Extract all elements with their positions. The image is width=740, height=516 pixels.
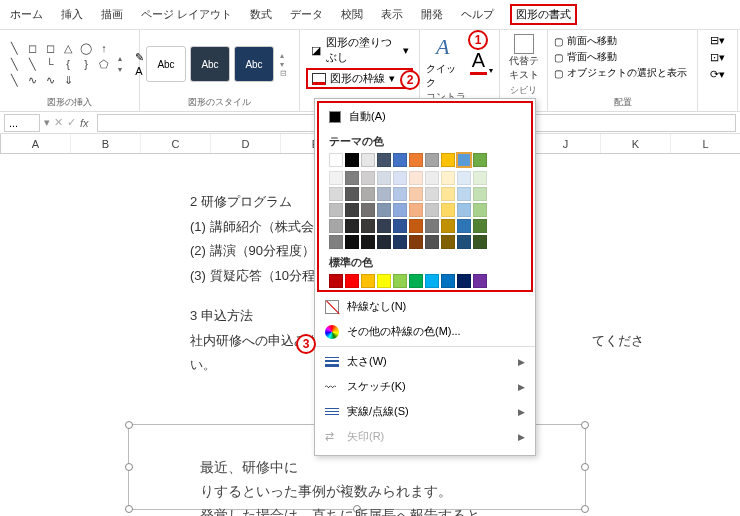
standard-color-swatch[interactable] — [425, 274, 439, 288]
shade-color-swatch[interactable] — [457, 171, 471, 185]
shade-color-swatch[interactable] — [393, 203, 407, 217]
shade-color-swatch[interactable] — [329, 203, 343, 217]
send-backward-button[interactable]: ▢背面へ移動 — [554, 50, 691, 64]
shade-color-swatch[interactable] — [409, 171, 423, 185]
shade-color-swatch[interactable] — [441, 187, 455, 201]
outline-weight[interactable]: 太さ(W)▶ — [315, 349, 535, 374]
shade-color-swatch[interactable] — [377, 171, 391, 185]
align-button[interactable]: ⊟▾ — [710, 34, 725, 47]
col-A[interactable]: A — [1, 134, 71, 153]
chevron-down-icon[interactable]: ▾ — [44, 116, 50, 129]
theme-color-swatch[interactable] — [361, 153, 375, 167]
shade-color-swatch[interactable] — [473, 203, 487, 217]
tab-draw[interactable]: 描画 — [99, 5, 125, 24]
col-C[interactable]: C — [141, 134, 211, 153]
resize-handle[interactable] — [125, 421, 133, 429]
shade-color-swatch[interactable] — [441, 219, 455, 233]
text-fill-button[interactable]: A — [470, 49, 487, 75]
bring-forward-button[interactable]: ▢前面へ移動 — [554, 34, 691, 48]
shapes-more[interactable]: ▴▾ — [118, 54, 122, 74]
name-box[interactable]: ... — [4, 114, 40, 132]
shade-color-swatch[interactable] — [441, 171, 455, 185]
shape-style-1[interactable]: Abc — [146, 46, 186, 82]
shape-style-2[interactable]: Abc — [190, 46, 230, 82]
tab-insert[interactable]: 挿入 — [59, 5, 85, 24]
col-J[interactable]: J — [531, 134, 601, 153]
shade-color-swatch[interactable] — [361, 203, 375, 217]
no-outline[interactable]: 枠線なし(N) — [315, 294, 535, 319]
tab-help[interactable]: ヘルプ — [459, 5, 496, 24]
tab-view[interactable]: 表示 — [379, 5, 405, 24]
shade-color-swatch[interactable] — [425, 203, 439, 217]
shade-color-swatch[interactable] — [409, 203, 423, 217]
shade-color-swatch[interactable] — [393, 171, 407, 185]
shape-style-gallery[interactable]: Abc Abc Abc — [146, 46, 274, 82]
resize-handle[interactable] — [125, 505, 133, 513]
shade-color-swatch[interactable] — [473, 187, 487, 201]
col-L[interactable]: L — [671, 134, 740, 153]
shade-color-swatch[interactable] — [361, 187, 375, 201]
shade-color-swatch[interactable] — [473, 219, 487, 233]
col-K[interactable]: K — [601, 134, 671, 153]
shade-color-swatch[interactable] — [457, 219, 471, 233]
shade-color-swatch[interactable] — [425, 235, 439, 249]
shade-color-swatch[interactable] — [361, 235, 375, 249]
rotate-button[interactable]: ⟳▾ — [710, 68, 725, 81]
standard-color-swatch[interactable] — [377, 274, 391, 288]
outline-sketch[interactable]: 〰 スケッチ(K)▶ — [315, 374, 535, 399]
shapes-gallery[interactable]: ╲◻◻△◯↑ ╲╲└{}⬠ ╲∿∿⇓ — [6, 41, 112, 87]
shade-color-swatch[interactable] — [457, 187, 471, 201]
standard-color-swatch[interactable] — [345, 274, 359, 288]
shade-color-swatch[interactable] — [457, 203, 471, 217]
shape-fill-button[interactable]: ◪ 図形の塗りつぶし ▾ — [306, 34, 413, 66]
resize-handle[interactable] — [581, 505, 589, 513]
resize-handle[interactable] — [125, 463, 133, 471]
shade-color-swatch[interactable] — [377, 219, 391, 233]
shade-color-swatch[interactable] — [345, 203, 359, 217]
shape-style-more[interactable]: ▴▾⊟ — [280, 51, 287, 78]
confirm-icon[interactable]: ✓ — [67, 116, 76, 129]
theme-color-swatch[interactable] — [441, 153, 455, 167]
shade-color-swatch[interactable] — [377, 235, 391, 249]
theme-color-swatch[interactable] — [393, 153, 407, 167]
standard-color-swatch[interactable] — [361, 274, 375, 288]
quick-styles-button[interactable]: A クイック — [426, 34, 460, 90]
shade-color-swatch[interactable] — [425, 187, 439, 201]
group-button[interactable]: ⊡▾ — [710, 51, 725, 64]
shade-color-swatch[interactable] — [345, 171, 359, 185]
shade-color-swatch[interactable] — [361, 171, 375, 185]
shade-color-swatch[interactable] — [329, 219, 343, 233]
shape-outline-button[interactable]: 図形の枠線 ▾ — [306, 68, 413, 89]
standard-color-swatch[interactable] — [393, 274, 407, 288]
shade-color-swatch[interactable] — [345, 219, 359, 233]
shade-color-swatch[interactable] — [473, 171, 487, 185]
theme-color-swatch[interactable] — [377, 153, 391, 167]
shade-color-swatch[interactable] — [345, 187, 359, 201]
selection-pane-button[interactable]: ▢オブジェクトの選択と表示 — [554, 66, 691, 80]
resize-handle[interactable] — [581, 421, 589, 429]
resize-handle[interactable] — [581, 463, 589, 471]
shade-color-swatch[interactable] — [409, 187, 423, 201]
shade-color-swatch[interactable] — [425, 171, 439, 185]
shade-color-swatch[interactable] — [329, 171, 343, 185]
tab-formulas[interactable]: 数式 — [248, 5, 274, 24]
shade-color-swatch[interactable] — [393, 219, 407, 233]
standard-color-swatch[interactable] — [441, 274, 455, 288]
col-D[interactable]: D — [211, 134, 281, 153]
col-B[interactable]: B — [71, 134, 141, 153]
shade-color-swatch[interactable] — [409, 219, 423, 233]
tab-home[interactable]: ホーム — [8, 5, 45, 24]
tab-pagelayout[interactable]: ページ レイアウト — [139, 5, 234, 24]
shade-color-swatch[interactable] — [377, 203, 391, 217]
theme-color-swatch[interactable] — [457, 153, 471, 167]
shade-color-swatch[interactable] — [441, 203, 455, 217]
theme-color-swatch[interactable] — [473, 153, 487, 167]
theme-color-swatch[interactable] — [329, 153, 343, 167]
shade-color-swatch[interactable] — [441, 235, 455, 249]
standard-color-swatch[interactable] — [457, 274, 471, 288]
shade-color-swatch[interactable] — [393, 235, 407, 249]
shade-color-swatch[interactable] — [345, 235, 359, 249]
standard-color-swatch[interactable] — [329, 274, 343, 288]
fx-icon[interactable]: fx — [80, 117, 89, 129]
shade-color-swatch[interactable] — [329, 187, 343, 201]
